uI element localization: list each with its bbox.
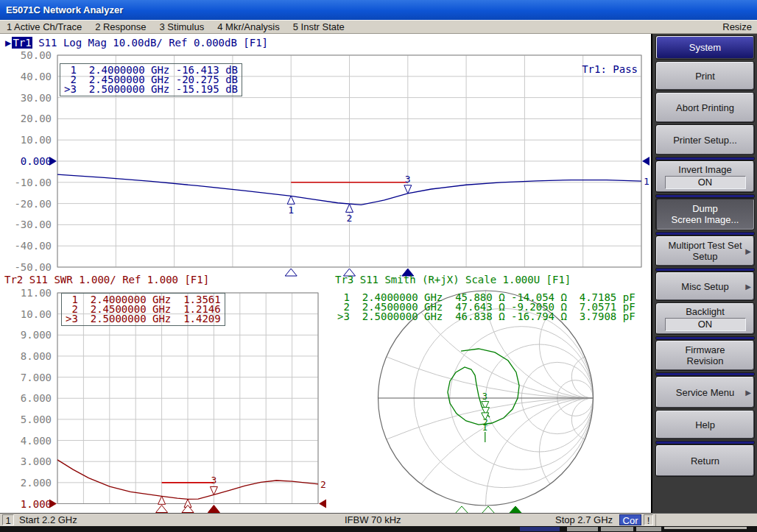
svg-text:3: 3	[482, 391, 487, 402]
softkey-group-separator	[656, 337, 754, 339]
svg-text:3: 3	[211, 475, 216, 486]
tr2-y-axis-label: 11.00	[0, 288, 52, 298]
softkey-label: Help	[695, 419, 715, 430]
softkey-misc-setup[interactable]: Misc Setup▶	[656, 272, 754, 300]
tr2-header-text: Tr2 S11 SWR 1.000/ Ref 1.000 [F1]	[4, 274, 209, 285]
menu-bar: 1 Active Ch/Trace2 Response3 Stimulus4 M…	[0, 20, 757, 34]
menu-item-5[interactable]: 5 Instr State	[293, 21, 345, 33]
softkey-label: Service Menu	[676, 387, 734, 398]
softkey-printer-setup[interactable]: Printer Setup...	[656, 125, 754, 155]
status-bar: 1 Start 2.2 GHz IFBW 70 kHz Stop 2.7 GHz…	[0, 513, 757, 527]
tr2-y-axis-label: 5.000	[0, 414, 52, 425]
softkey-dump[interactable]: DumpScreen Image...	[656, 199, 754, 230]
tr2-y-axis-label: 9.000	[0, 330, 52, 340]
tr1-y-axis-label: -20.00	[0, 199, 52, 209]
softkey-group-separator	[656, 157, 754, 160]
softkey-toggle-state: ON	[665, 176, 746, 189]
softkey-service-menu[interactable]: Service Menu▶	[656, 377, 754, 408]
tr1-trace-number: 1	[644, 176, 649, 187]
taskbar-fragment	[520, 527, 560, 531]
softkey-group-separator	[656, 269, 754, 271]
softkey-menu-title: System	[656, 36, 754, 59]
resize-control[interactable]: Resize	[722, 21, 752, 33]
softkey-label: Setup	[693, 251, 718, 262]
tr3-axis-marker	[482, 506, 495, 513]
softkey-label: Revision	[687, 355, 724, 366]
tr2-marker-2[interactable]: 2	[182, 499, 194, 513]
softkey-toggle-state: ON	[665, 318, 746, 331]
softkey-group-separator	[656, 195, 754, 197]
tr1-marker-table: 1 2.4000000 GHz -16.413 dB 2 2.4500000 G…	[60, 63, 242, 96]
softkey-label: Return	[691, 455, 719, 467]
taskbar-fragment	[636, 527, 661, 531]
taskbar-fragment	[601, 527, 633, 531]
softkey-return[interactable]: Return	[656, 445, 754, 476]
window-title: E5071C Network Analyzer	[6, 4, 123, 15]
softkey-label: Printer Setup...	[673, 135, 737, 146]
softkey-label: Invert Image	[678, 164, 731, 175]
tr3-axis-marker	[455, 506, 468, 513]
menu-items: 1 Active Ch/Trace2 Response3 Stimulus4 M…	[0, 21, 351, 32]
softkey-backlight[interactable]: BacklightON	[656, 303, 754, 334]
svg-text:2: 2	[347, 213, 353, 224]
tr3-header[interactable]: Tr3 S11 Smith (R+jX) Scale 1.000U [F1]	[335, 274, 571, 285]
taskbar-fragment	[664, 527, 747, 529]
softkey-help[interactable]: Help	[656, 411, 754, 439]
correction-badge: Cor	[619, 514, 641, 525]
tr1-y-axis-label: -30.00	[0, 219, 52, 230]
tr1-y-axis-label: 40.00	[0, 71, 52, 82]
tr2-y-axis-label: 8.000	[0, 351, 52, 361]
tr2-header[interactable]: Tr2 S11 SWR 1.000/ Ref 1.000 [F1]	[4, 274, 209, 285]
marker-row: >3 2.5000000 GHz 46.838 Ω -16.794 Ω 3.79…	[337, 312, 635, 322]
softkey-abort-printing[interactable]: Abort Printing	[656, 93, 754, 122]
softkey-label: Screen Image...	[672, 214, 739, 225]
softkey-invert-image[interactable]: Invert ImageON	[656, 161, 754, 192]
tr2-marker-table: 1 2.4000000 GHz 1.3561 2 2.4500000 GHz 1…	[61, 293, 225, 326]
tr1-header-text: S11 Log Mag 10.00dB/ Ref 0.000dB [F1]	[32, 37, 268, 49]
tr2-trace-number: 2	[320, 479, 326, 490]
stop-frequency: Stop 2.7 GHz	[555, 514, 613, 526]
e5071c-screen: E5071C Network Analyzer 1 Active Ch/Trac…	[0, 0, 757, 532]
softkey-label: Multiport Test Set	[668, 240, 742, 251]
window-titlebar[interactable]: E5071C Network Analyzer	[0, 0, 757, 20]
tr3-header-text: Tr3 S11 Smith (R+jX) Scale 1.000U [F1]	[335, 274, 571, 285]
tr2-y-axis-label: 4.000	[0, 436, 52, 446]
channel-number-box: 1	[2, 514, 14, 525]
taskbar-fragment	[567, 527, 598, 531]
tr1-y-axis-label: 10.00	[0, 135, 52, 145]
marker-row: >3 2.5000000 GHz 1.4209	[66, 314, 221, 324]
tr1-y-axis-label: 30.00	[0, 93, 52, 103]
tr1-y-axis-label: 20.00	[0, 113, 52, 124]
menu-item-3[interactable]: 3 Stimulus	[160, 21, 205, 33]
tr3-marker-table: 1 2.4000000 GHz 45.880 Ω -14.054 Ω 4.718…	[334, 291, 639, 323]
tr2-marker-1[interactable]: 1	[156, 496, 168, 513]
submenu-arrow-icon: ▶	[745, 387, 751, 398]
softkey-print[interactable]: Print	[656, 62, 754, 90]
tr1-token: Tr1	[12, 37, 32, 49]
softkey-label: Misc Setup	[681, 281, 728, 292]
tr2-y-axis-label: 3.000	[0, 456, 52, 467]
softkey-label: Abort Printing	[676, 102, 734, 113]
softkey-multiport-test-set[interactable]: Multiport Test SetSetup▶	[656, 236, 754, 266]
tr1-y-axis-label: 50.00	[0, 50, 52, 60]
softkey-label: Firmware	[685, 344, 725, 355]
tr3-marker-3[interactable]: 3	[482, 391, 489, 409]
tr2-y-axis-label: 7.000	[0, 372, 52, 383]
softkey-label: Print	[695, 71, 715, 82]
svg-text:1: 1	[288, 205, 294, 216]
menu-item-1[interactable]: 1 Active Ch/Trace	[7, 21, 82, 33]
tr2-y-axis-label: 10.00	[0, 309, 52, 319]
warning-badge: !	[644, 514, 653, 525]
softkey-group-separator	[656, 441, 754, 444]
tr1-y-axis-label: -50.00	[0, 262, 52, 272]
tr2-y-axis-label: 2.000	[0, 478, 52, 488]
softkey-group-separator	[656, 233, 754, 235]
tr3-axis-marker	[509, 506, 522, 513]
menu-item-2[interactable]: 2 Response	[95, 21, 146, 33]
tr1-y-axis-label: -10.00	[0, 177, 52, 188]
softkey-label: Backlight	[686, 306, 725, 317]
softkey-firmware[interactable]: FirmwareRevision	[656, 341, 754, 370]
marker-row: >3 2.5000000 GHz -15.195 dB	[64, 85, 238, 94]
tr1-header[interactable]: ▶Tr1 S11 Log Mag 10.00dB/ Ref 0.000dB [F…	[4, 38, 268, 49]
menu-item-4[interactable]: 4 Mkr/Analysis	[217, 21, 280, 33]
